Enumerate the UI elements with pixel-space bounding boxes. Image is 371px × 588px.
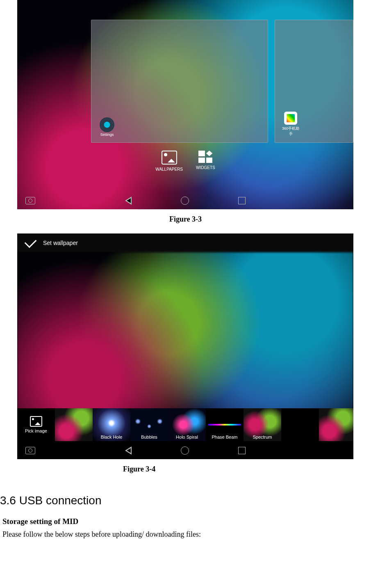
gear-icon — [101, 119, 113, 130]
widgets-label: WIDGETS — [196, 165, 215, 170]
figure-3-3-caption: Figure 3-3 — [0, 215, 371, 224]
wallpaper-thumb-holo-spiral[interactable]: Holo Spiral — [168, 408, 206, 441]
recents-button[interactable] — [238, 197, 246, 204]
wallpaper-thumb[interactable] — [319, 408, 353, 441]
360-app-label: 360手机助手 — [282, 126, 299, 136]
wallpaper-thumb-phase-beam[interactable]: Phase Beam — [206, 408, 244, 441]
android-nav-bar — [17, 442, 353, 459]
storage-subheading: Storage setting of MID — [2, 517, 371, 526]
figure-3-3-screenshot: ✱ ▯ ▮ 10:21 AM Settings 360手机助手 WALLPAPE… — [17, 0, 353, 209]
wallpaper-thumb[interactable] — [55, 408, 93, 441]
wallpaper-thumb-black-hole[interactable]: Black Hole — [93, 408, 130, 441]
settings-app-label: Settings — [100, 133, 114, 137]
storage-paragraph: Please follow the below steps before upl… — [2, 530, 371, 539]
recents-button[interactable] — [238, 447, 246, 454]
figure-3-4-screenshot: Set wallpaper Pick image Black Hole Bubb… — [17, 233, 353, 459]
back-button[interactable] — [125, 197, 132, 205]
android-nav-bar — [17, 192, 353, 209]
wallpaper-preview[interactable] — [17, 252, 353, 410]
360-app[interactable]: 360手机助手 — [281, 112, 300, 137]
widgets-button[interactable]: WIDGETS — [196, 151, 215, 172]
confirm-check-icon[interactable] — [25, 236, 37, 248]
360-app-icon — [284, 112, 297, 125]
set-wallpaper-title: Set wallpaper — [43, 240, 78, 246]
screenshot-icon[interactable] — [25, 197, 35, 204]
thumb-label: Spectrum — [244, 435, 281, 439]
thumb-label: Holo Spiral — [168, 435, 206, 439]
thumb-label: Black Hole — [93, 435, 130, 439]
wallpapers-button[interactable]: WALLPAPERS — [155, 151, 183, 172]
home-button[interactable] — [181, 197, 189, 205]
thumb-label: Bubbles — [130, 435, 168, 439]
wallpaper-thumb[interactable] — [281, 408, 319, 441]
wallpapers-icon — [162, 151, 177, 165]
screenshot-icon[interactable] — [25, 447, 35, 454]
home-panel-1[interactable]: Settings — [91, 20, 268, 143]
back-button[interactable] — [125, 446, 132, 455]
wallpaper-thumb-bubbles[interactable]: Bubbles — [130, 408, 168, 441]
section-heading-3-6: 3.6 USB connection — [0, 494, 371, 507]
wallpaper-thumb-spectrum[interactable]: Spectrum — [244, 408, 281, 441]
home-panels: Settings 360手机助手 — [91, 20, 353, 143]
widgets-icon — [198, 151, 212, 163]
image-icon — [30, 416, 42, 427]
pick-image-button[interactable]: Pick image — [17, 408, 55, 441]
home-panel-2[interactable]: 360手机助手 — [275, 20, 353, 143]
home-button[interactable] — [181, 446, 189, 455]
thumb-label: Phase Beam — [206, 435, 244, 439]
home-actions-row: WALLPAPERS WIDGETS — [17, 151, 353, 172]
pick-image-label: Pick image — [25, 428, 47, 433]
settings-app[interactable]: Settings — [97, 118, 117, 137]
figure-3-4-caption: Figure 3-4 — [123, 465, 371, 474]
wallpaper-thumbs-row[interactable]: Pick image Black Hole Bubbles Holo Spira… — [17, 408, 353, 441]
wallpapers-label: WALLPAPERS — [155, 167, 183, 172]
set-wallpaper-header: Set wallpaper — [17, 233, 353, 252]
